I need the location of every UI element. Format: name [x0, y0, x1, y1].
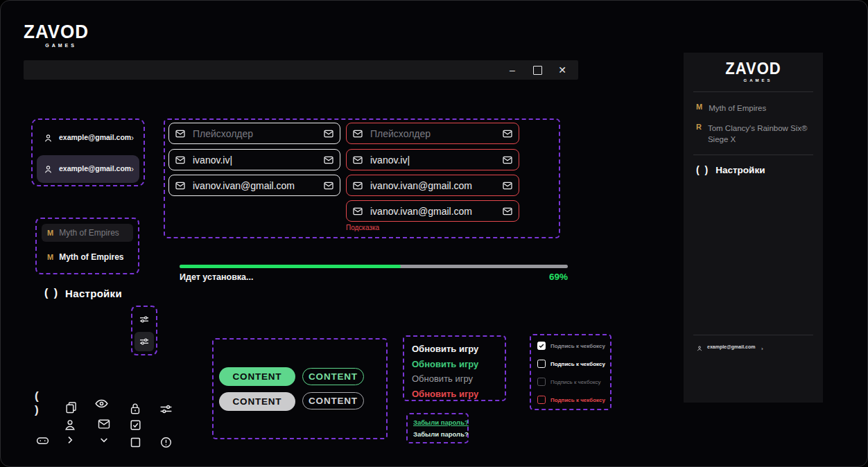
sidebar-account[interactable]: example@gmail.com ›: [696, 344, 800, 352]
game-label: Myth of Empires: [59, 228, 119, 238]
content-button-secondary[interactable]: CONTENT: [302, 368, 364, 385]
update-game-link-hover[interactable]: Обновить игру: [412, 357, 497, 372]
brackets-logo-icon: ( ): [696, 164, 709, 175]
update-game-link[interactable]: Обновить игру: [412, 342, 497, 357]
mail-icon: [352, 155, 363, 166]
sidebar-brand-logo: ZAVOD GAMES: [684, 62, 823, 82]
checkbox-empty-icon[interactable]: [537, 360, 546, 368]
text-input[interactable]: [369, 154, 496, 166]
divider: [693, 335, 813, 335]
sliders-icon: [138, 313, 150, 326]
brand-name: ZAVOD: [24, 22, 89, 41]
app-window: ZAVOD GAMES – ✕ example@gmail.com › exam…: [0, 0, 868, 467]
slider-buttons-frame: [131, 306, 157, 355]
account-email: example@gmail.com: [59, 164, 125, 173]
checkbox-empty-icon[interactable]: [537, 396, 546, 404]
sidebar-item-settings[interactable]: ( ) Настройки: [696, 164, 765, 175]
inputs-frame: Подсказка: [164, 118, 560, 238]
checkbox-row-error[interactable]: Подпись к чекбоксу: [537, 395, 604, 405]
gamepad-icon: [35, 432, 50, 448]
sliders-icon: [138, 335, 150, 348]
text-field-error-placeholder[interactable]: [346, 123, 519, 144]
text-field-filled[interactable]: [168, 175, 340, 196]
sidebar-item-myth-of-empires[interactable]: M Myth of Empires: [696, 103, 813, 114]
chevron-right-icon: ›: [131, 164, 134, 174]
filters-button-hover[interactable]: [134, 332, 154, 351]
filters-button[interactable]: [134, 310, 154, 329]
checkbox-row-checked[interactable]: Подпись к чекбоксу: [537, 341, 604, 351]
game-logo-icon: M: [47, 229, 53, 237]
text-input[interactable]: [191, 154, 318, 166]
progress-status-label: Идет установка...: [180, 272, 253, 282]
update-game-link-disabled[interactable]: Обновить игру: [412, 371, 497, 387]
account-cards-frame: example@gmail.com › example@gmail.com ›: [31, 118, 145, 186]
settings-menu-item[interactable]: ( ) Настройки: [44, 287, 122, 299]
mail-icon: [323, 128, 334, 139]
progress-fill: [180, 265, 401, 268]
checkbox-checked-icon[interactable]: [537, 342, 546, 350]
game-list-item[interactable]: M Myth of Empires: [42, 224, 133, 242]
brand-name: ZAVOD: [725, 61, 781, 77]
account-card-active[interactable]: example@gmail.com ›: [37, 155, 139, 183]
checkbox-states-frame: Подпись к чекбоксу Подпись к чекбоксу По…: [530, 334, 611, 410]
game-label: Myth of Empires: [709, 103, 813, 114]
lock-icon: [128, 401, 143, 416]
text-field-typing[interactable]: [168, 149, 340, 170]
content-button-primary-disabled[interactable]: CONTENT: [219, 392, 295, 411]
game-list-item-active[interactable]: M Myth of Empires: [42, 248, 133, 266]
account-card[interactable]: example@gmail.com ›: [37, 124, 139, 152]
content-button-secondary-disabled[interactable]: CONTENT: [302, 392, 364, 409]
progress-percent: 69%: [549, 272, 568, 282]
game-label: Tom Clancy's Rainbow Six® Siege X: [708, 123, 812, 145]
mail-icon: [502, 180, 513, 191]
mail-icon: [502, 155, 513, 166]
chevron-right-icon: ›: [761, 346, 763, 352]
forgot-password-link[interactable]: Забыли пароль?: [413, 418, 462, 426]
checkbox-label: Подпись к чекбоксу: [550, 361, 605, 367]
text-field-error-hint[interactable]: [346, 200, 519, 222]
brand-logo: ZAVOD GAMES: [24, 23, 89, 48]
mail-icon: [323, 180, 334, 191]
person-icon: [43, 164, 53, 175]
maximize-icon: [533, 66, 542, 75]
divider: [693, 91, 813, 92]
account-email: example@gmail.com: [59, 133, 125, 142]
brand-tagline: GAMES: [45, 43, 77, 48]
mail-icon: [175, 128, 186, 139]
text-field-placeholder[interactable]: [168, 123, 340, 144]
game-logo-icon: M: [696, 103, 702, 111]
checkbox-label: Подпись к чекбоксу: [550, 379, 601, 385]
mail-icon: [175, 155, 186, 166]
mail-icon: [502, 206, 513, 217]
person-icon: [43, 132, 53, 143]
progress-track: [180, 265, 568, 268]
update-game-link-error[interactable]: Обновить игру: [412, 387, 497, 402]
checkbox-label: Подпись к чекбоксу: [550, 343, 605, 349]
checkbox-empty-icon[interactable]: [537, 378, 546, 386]
sliders-icon: [158, 401, 173, 416]
brackets-logo-icon: ( ): [35, 396, 50, 411]
checkbox-empty-icon: [128, 434, 143, 450]
person-icon: [696, 345, 703, 352]
text-input[interactable]: [369, 205, 496, 218]
text-input[interactable]: [369, 127, 496, 140]
maximize-button[interactable]: [532, 65, 542, 75]
sidebar-item-rainbow-six[interactable]: R Tom Clancy's Rainbow Six® Siege X: [696, 123, 812, 145]
game-logo-icon: M: [47, 254, 53, 261]
checkbox-row-disabled[interactable]: Подпись к чекбоксу: [537, 377, 604, 387]
text-field-error-filled[interactable]: [346, 175, 519, 196]
checkbox-row-default[interactable]: Подпись к чекбоксу: [537, 359, 604, 369]
layers-icon: [63, 400, 78, 415]
text-input[interactable]: [191, 179, 318, 192]
divider: [693, 155, 813, 155]
game-list-frame: M Myth of Empires M Myth of Empires: [35, 218, 139, 274]
window-titlebar: – ✕: [24, 60, 578, 80]
minimize-button[interactable]: –: [507, 65, 517, 75]
text-input[interactable]: [191, 127, 318, 140]
forgot-password-link-hover[interactable]: Забыли пароль?: [413, 430, 462, 438]
content-button-primary[interactable]: CONTENT: [219, 367, 295, 386]
text-field-error-typing[interactable]: [346, 149, 519, 170]
checkbox-label: Подпись к чекбоксу: [550, 397, 605, 403]
close-button[interactable]: ✕: [557, 65, 567, 75]
text-input[interactable]: [369, 179, 496, 192]
